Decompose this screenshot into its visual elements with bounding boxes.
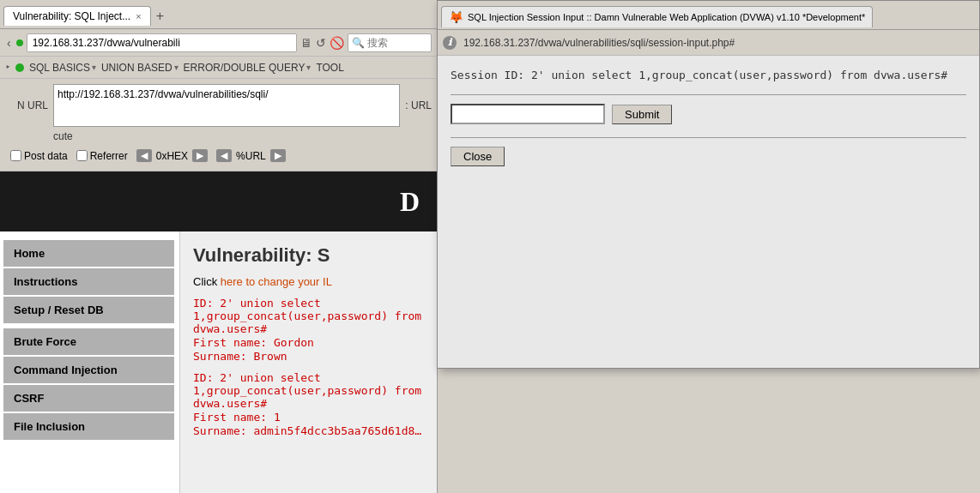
url-right-arrow: ▶ (270, 149, 286, 162)
status-dot (15, 63, 24, 72)
result-line-1: ID: 2' union select 1,group_concat(user,… (193, 297, 424, 335)
vuln-title: Vulnerability: S (193, 244, 424, 267)
top-separator (451, 94, 966, 95)
bookmark-error-arrow: ▾ (306, 63, 311, 72)
hex-label: 0xHEX (156, 150, 188, 162)
post-data-checkbox[interactable]: Post data (10, 150, 68, 162)
search-input[interactable] (367, 37, 427, 49)
left-tab-bar: Vulnerability: SQL Inject... × + (0, 0, 437, 29)
right-tab-bar: 🦊 SQL Injection Session Input :: Damn Vu… (438, 1, 979, 30)
dvwa-title: D (400, 186, 420, 218)
post-data-check[interactable] (10, 150, 21, 161)
result-line-5: ID: 2' union select 1,group_concat(user,… (193, 371, 424, 410)
right-active-tab[interactable]: 🦊 SQL Injection Session Input :: Damn Vu… (441, 6, 873, 27)
hex-button[interactable]: ◀ 0xHEX ▶ (136, 149, 208, 162)
bookmark-tool[interactable]: TOOL (316, 62, 343, 74)
url-textarea[interactable]: http://192.168.31.237/dvwa/vulnerabiliti… (53, 84, 400, 127)
connection-indicator (16, 39, 23, 46)
dvwa-body: Home Instructions Setup / Reset DB Brute… (0, 231, 437, 493)
info-icon: ℹ (443, 36, 457, 50)
close-button[interactable]: Close (451, 147, 505, 166)
change-il-link[interactable]: here to change your IL (221, 275, 332, 288)
result-line-3: Surname: Brown (193, 350, 424, 363)
computer-icon: 🖥 (300, 36, 312, 50)
back-button[interactable]: ‹ (5, 34, 13, 51)
result-box: ID: 2' union select 1,group_concat(user,… (193, 297, 424, 437)
left-tab-close[interactable]: × (136, 11, 141, 21)
referrer-check[interactable] (76, 150, 88, 161)
right-main-content: Session ID: 2' union select 1,group_conc… (438, 56, 979, 368)
tool-checkboxes: Post data Referrer ◀ 0xHEX ▶ ◀ %URL ▶ (5, 146, 432, 165)
new-tab-button[interactable]: + (151, 9, 169, 24)
bookmark-error-label: ERROR/DOUBLE QUERY (184, 62, 305, 74)
bookmark-union-arrow: ▾ (174, 63, 178, 72)
result-line-7: Surname: admin5f4dcc3b5aa765d61d8327deb8… (193, 424, 424, 437)
bookmark-tool-label: TOOL (316, 62, 343, 74)
hex-right-arrow: ▶ (192, 149, 208, 162)
tool-area: N URL http://192.168.31.237/dvwa/vulnera… (0, 79, 437, 171)
content-area: Vulnerability: S Click here to change yo… (180, 231, 437, 493)
left-tab-label: Vulnerability: SQL Inject... (13, 10, 130, 22)
bookmark-union-based[interactable]: UNION BASED ▾ (101, 62, 178, 74)
r-url-label: : URL (405, 99, 432, 111)
sidebar-item-command-injection[interactable]: Command Injection (3, 357, 174, 383)
session-input-field[interactable] (451, 104, 605, 124)
form-row: Submit (451, 104, 966, 124)
sidebar: Home Instructions Setup / Reset DB Brute… (0, 231, 180, 493)
right-tab-label: SQL Injection Session Input :: Damn Vuln… (468, 12, 865, 22)
referrer-checkbox[interactable]: Referrer (76, 150, 128, 162)
left-main-content: D Home Instructions Setup / Reset DB Bru… (0, 171, 437, 493)
right-address-bar: ℹ 192.168.31.237/dvwa/vulnerabilities/sq… (438, 30, 979, 56)
bookmark-sql-basics-label: SQL BASICS (29, 62, 90, 74)
search-icon: 🔍 (352, 37, 365, 49)
firefox-icon: 🦊 (449, 10, 463, 24)
sidebar-item-instructions[interactable]: Instructions (3, 268, 174, 295)
left-url-input[interactable] (27, 33, 297, 52)
sidebar-item-csrf[interactable]: CSRF (3, 385, 174, 412)
sidebar-item-file-inclusion[interactable]: File Inclusion (3, 413, 174, 440)
sidebar-item-setup[interactable]: Setup / Reset DB (3, 297, 174, 323)
right-url-display[interactable]: 192.168.31.237/dvwa/vulnerabilities/sqli… (463, 37, 735, 49)
bookmark-arrow[interactable]: ‣ (5, 62, 10, 73)
dvwa-header: D (0, 171, 437, 231)
submit-button[interactable]: Submit (612, 105, 672, 124)
sidebar-item-home[interactable]: Home (3, 240, 174, 267)
bookmarks-bar: ‣ SQL BASICS ▾ UNION BASED ▾ ERROR/DOUBL… (0, 57, 437, 79)
cute-label: cute (5, 130, 432, 146)
url-row: N URL http://192.168.31.237/dvwa/vulnera… (5, 84, 432, 127)
left-active-tab[interactable]: Vulnerability: SQL Inject... × (3, 6, 151, 26)
stop-icon: 🚫 (330, 36, 344, 50)
right-browser: 🦊 SQL Injection Session Input :: Damn Vu… (437, 0, 980, 369)
url-encode-button[interactable]: ◀ %URL ▶ (216, 149, 286, 162)
bookmark-union-based-label: UNION BASED (101, 62, 172, 74)
bookmark-sql-basics-arrow: ▾ (92, 63, 96, 72)
bookmark-sql-basics[interactable]: SQL BASICS ▾ (29, 62, 96, 74)
sidebar-item-brute-force[interactable]: Brute Force (3, 328, 174, 355)
search-box[interactable]: 🔍 (348, 33, 432, 52)
hex-left-arrow: ◀ (136, 149, 152, 162)
url-encode-label: %URL (236, 150, 266, 162)
reload-button[interactable]: ↺ (316, 36, 326, 50)
session-id-display: Session ID: 2' union select 1,group_conc… (451, 69, 966, 81)
left-address-bar: ‹ 🖥 ↺ 🚫 🔍 (0, 29, 437, 57)
result-line-6: First name: 1 (193, 411, 424, 424)
url-left-arrow: ◀ (216, 149, 232, 162)
result-line-2: First name: Gordon (193, 336, 424, 349)
url-label: N URL (5, 99, 48, 111)
bottom-separator (451, 137, 966, 138)
bookmark-error-query[interactable]: ERROR/DOUBLE QUERY ▾ (184, 62, 312, 74)
